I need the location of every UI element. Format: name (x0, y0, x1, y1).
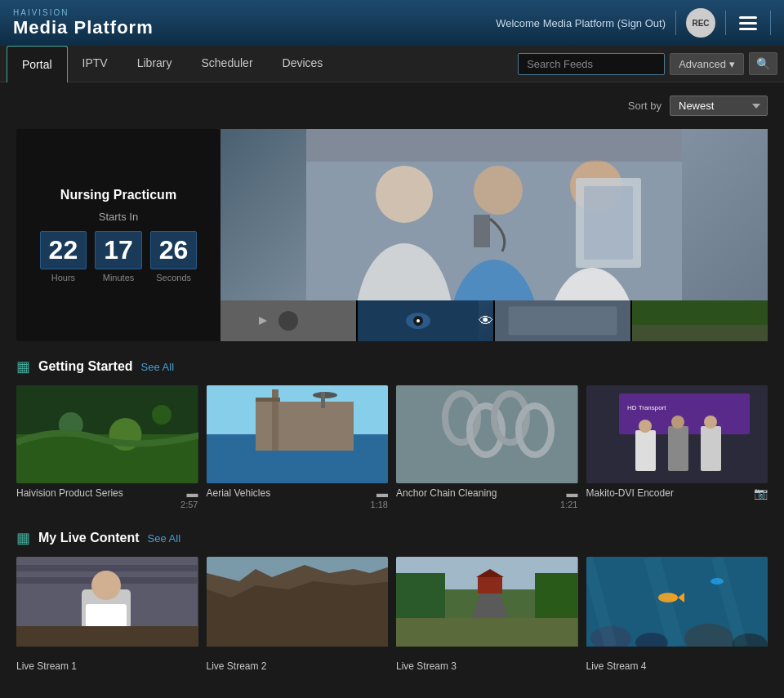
thumbnail-1[interactable] (220, 300, 356, 341)
live-info-3: Live Stream 3 (396, 655, 578, 676)
live-thumb-svg-4 (586, 557, 768, 647)
header-divider-2 (725, 11, 726, 35)
live-card-4[interactable]: Live Stream 4 (586, 557, 768, 676)
video-info-3: Anchor Chain Cleaning ▬ 1:21 (396, 483, 578, 513)
video-meta-4: Makito-DVI Encoder 📷 (586, 487, 768, 500)
countdown-minutes-value: 17 (95, 231, 142, 269)
live-title-3: Live Stream 3 (396, 660, 457, 672)
live-title-2: Live Stream 2 (207, 660, 267, 672)
featured-section: Nursing Practicum Starts In 22 Hours 17 … (16, 129, 768, 341)
svg-rect-31 (256, 402, 354, 451)
video-card-2[interactable]: CORI Aerial Vehicles ▬ 1:18 (207, 385, 389, 513)
live-card-2[interactable]: Live Stream 2 (207, 557, 389, 676)
svg-rect-10 (306, 129, 682, 162)
welcome-text: Welcome Media Platform (Sign Out) (496, 17, 666, 29)
svg-point-50 (671, 416, 684, 429)
countdown-minutes-unit: 17 Minutes (95, 231, 142, 282)
svg-rect-73 (396, 618, 578, 647)
live-thumb-3 (396, 557, 578, 655)
getting-started-icon: ▦ (16, 358, 30, 376)
advanced-chevron-icon: ▾ (729, 58, 735, 70)
video-thumb-svg-4: HD Transport (586, 385, 768, 483)
svg-point-48 (639, 420, 652, 433)
my-live-content-title: My Live Content (38, 531, 140, 545)
video-title-1: Haivision Product Series (16, 487, 123, 499)
video-duration-2: 1:18 (207, 500, 389, 509)
my-live-content-see-all[interactable]: See All (148, 532, 180, 545)
video-type-icon-3: ▬ (567, 487, 578, 500)
live-card-1[interactable]: Live Stream 1 (16, 557, 198, 676)
featured-title: Nursing Practicum (60, 188, 176, 202)
video-thumb-4: HD Transport (586, 385, 768, 483)
advanced-button[interactable]: Advanced ▾ (670, 53, 744, 75)
nav-tab-portal[interactable]: Portal (7, 46, 68, 82)
video-thumb-svg-3 (396, 385, 578, 483)
thumb-svg-2 (358, 300, 479, 341)
menu-button[interactable] (736, 13, 760, 33)
video-duration-3: 1:21 (396, 500, 578, 509)
nav-tab-library[interactable]: Library (122, 46, 187, 82)
thumb-svg-1 (220, 300, 356, 341)
video-card-3[interactable]: Anchor Chain Cleaning ▬ 1:21 (396, 385, 578, 513)
menu-line-2 (739, 22, 757, 24)
live-card-3[interactable]: Live Stream 3 (396, 557, 578, 676)
svg-rect-5 (474, 215, 490, 247)
countdown-hours-value: 22 (40, 231, 87, 269)
header-right: Welcome Media Platform (Sign Out) REC (496, 8, 771, 38)
countdown-hours-unit: 22 Hours (40, 231, 87, 282)
sort-label: Sort by (628, 100, 662, 112)
video-meta-1: Haivision Product Series ▬ (16, 487, 198, 500)
getting-started-see-all[interactable]: See All (141, 361, 174, 373)
rec-button[interactable]: REC (686, 8, 715, 38)
search-input[interactable] (518, 53, 665, 75)
video-thumb-svg-1 (16, 385, 198, 483)
nav-bar: Portal IPTV Library Scheduler Devices Ad… (0, 46, 784, 82)
svg-rect-55 (16, 565, 198, 571)
video-card-4[interactable]: HD Transport Makito-DVI Encoder 📷 (586, 385, 768, 513)
video-type-icon-1: ▬ (187, 487, 198, 500)
thumbnail-2[interactable] (358, 300, 493, 341)
svg-point-17 (416, 319, 420, 322)
my-live-content-grid: Live Stream 1 Live Stream 2 (16, 557, 768, 676)
nav-tab-scheduler[interactable]: Scheduler (187, 46, 268, 82)
live-thumb-2 (207, 557, 389, 655)
video-duration-1: 2:57 (16, 500, 198, 509)
thumb-svg-3 (495, 300, 630, 341)
countdown-hours-label: Hours (40, 273, 87, 282)
live-title-4: Live Stream 4 (586, 660, 647, 672)
countdown-seconds-value: 26 (150, 231, 198, 269)
video-meta-3: Anchor Chain Cleaning ▬ (396, 487, 578, 500)
nav-tab-iptv[interactable]: IPTV (68, 46, 122, 82)
getting-started-header: ▦ Getting Started See All (16, 358, 768, 376)
svg-rect-47 (635, 430, 656, 471)
svg-point-4 (474, 166, 523, 215)
svg-rect-60 (16, 626, 198, 647)
svg-rect-9 (584, 186, 633, 260)
advanced-label: Advanced (679, 58, 726, 70)
menu-line-1 (739, 16, 757, 19)
video-meta-2: Aerial Vehicles ▬ (207, 487, 389, 500)
sort-select[interactable]: Newest Oldest A-Z Z-A (670, 96, 768, 116)
video-card-1[interactable]: Haivision Product Series ▬ 2:57 (16, 385, 198, 513)
getting-started-title: Getting Started (38, 359, 133, 374)
thumbnail-3[interactable] (495, 300, 630, 341)
my-live-content-header: ▦ My Live Content See All (16, 529, 768, 547)
video-info-2: Aerial Vehicles ▬ 1:18 (207, 483, 389, 513)
video-title-2: Aerial Vehicles (207, 487, 271, 499)
video-info-4: Makito-DVI Encoder 📷 (586, 483, 768, 503)
nav-tab-devices[interactable]: Devices (268, 46, 338, 82)
svg-rect-21 (632, 325, 768, 341)
search-button[interactable]: 🔍 (749, 52, 777, 75)
thumbnail-4[interactable] (632, 300, 768, 341)
svg-rect-51 (701, 426, 721, 471)
live-info-1: Live Stream 1 (16, 655, 198, 676)
svg-rect-33 (256, 398, 280, 402)
featured-starts-in: Starts In (99, 211, 138, 223)
live-thumb-svg-1 (16, 557, 198, 647)
getting-started-grid: Haivision Product Series ▬ 2:57 (16, 385, 768, 513)
svg-rect-22 (632, 300, 768, 325)
video-type-icon-4: 📷 (754, 487, 768, 500)
featured-image[interactable] (220, 129, 768, 341)
brand-logo: HAIVISION Media Platform (13, 8, 154, 38)
featured-svg (220, 129, 768, 300)
